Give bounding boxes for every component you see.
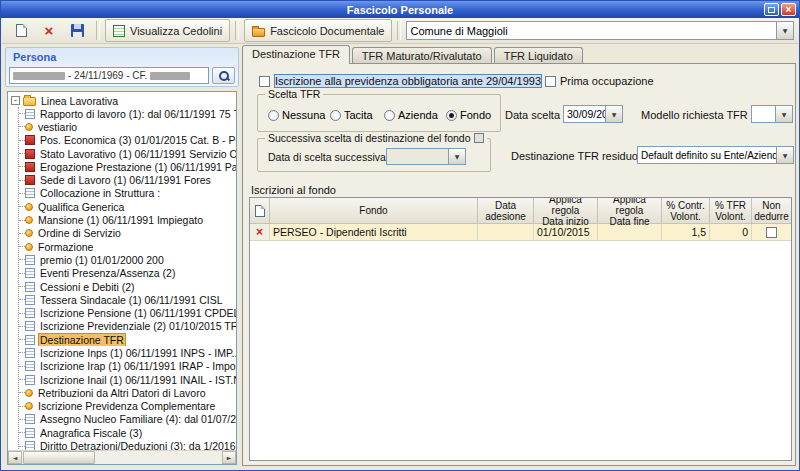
tree-item-label: Assegno Nucleo Familiare (4): dal 01/07/… [38, 413, 236, 425]
tab-tfr-maturato-rivalutato[interactable]: TFR Maturato/Rivalutato [352, 47, 492, 63]
successiva-enable-checkbox[interactable] [474, 133, 484, 143]
tree-item[interactable]: Qualifica Generica [19, 200, 236, 213]
data-successiva-dropdown-button[interactable]: ▼ [448, 149, 465, 164]
tab-destinazione-tfr[interactable]: Destinazione TFR [242, 45, 350, 64]
persona-input[interactable]: - 24/11/1969 - CF. [9, 67, 209, 84]
tree-item[interactable]: Tessera Sindacale (1) 06/11/1991 CISL [19, 293, 236, 306]
tree-item[interactable]: Cessioni e Debiti (2) [19, 280, 236, 293]
tree-item[interactable]: Assegno Nucleo Familiare (4): dal 01/07/… [19, 413, 236, 426]
toolbar: × Visualizza Cedolini Fascicolo Document… [2, 18, 799, 44]
radio-label: Tacita [344, 109, 373, 121]
delete-row-button[interactable]: × [250, 224, 270, 241]
destinazione-residuo-dropdown-button[interactable]: ▼ [776, 147, 793, 163]
destinazione-residuo-combobox[interactable]: Default definito su Ente/Azienda ▼ [637, 146, 794, 164]
chevron-down-icon: ▼ [783, 27, 788, 34]
tree-item-label: Anagrafica Fiscale (3) [38, 427, 144, 439]
modello-richiesta-combobox[interactable]: ▼ [751, 105, 793, 123]
tree-item[interactable]: Stato Lavorativo (1) 06/11/1991 Servizio… [19, 147, 236, 160]
radio-azienda[interactable]: Azienda [384, 109, 438, 121]
tree-item-label: Mansione (1) 06/11/1991 Impiegato [36, 214, 205, 226]
record-icon [25, 175, 35, 185]
column-header[interactable]: Non dedurre [752, 198, 792, 224]
radio-nessuna[interactable]: Nessuna [268, 109, 325, 121]
radio-tacita[interactable]: Tacita [330, 109, 373, 121]
data-scelta-dropdown-button[interactable]: ▼ [605, 106, 622, 122]
modello-richiesta-dropdown-button[interactable]: ▼ [775, 106, 792, 122]
tree-item[interactable]: Iscrizione Pensione (1) 06/11/1991 CPDEL… [19, 306, 236, 319]
tree-item[interactable]: Retribuzioni da Altri Datori di Lavoro [19, 386, 236, 399]
data-successiva-combobox[interactable]: ▼ [386, 148, 466, 165]
tree-item-label: vestiario [36, 121, 79, 133]
tree-item[interactable]: Anagrafica Fiscale (3) [19, 426, 236, 439]
tree-item[interactable]: vestiario [19, 120, 236, 133]
bullet-icon [25, 229, 33, 237]
tree-item[interactable]: Erogazione Prestazione (1) 06/11/1991 Pa… [19, 160, 236, 173]
fascicolo-documentale-button[interactable]: Fascicolo Documentale [244, 19, 392, 42]
column-header[interactable]: Fondo [270, 198, 478, 224]
company-combobox[interactable]: Comune di Maggioli ▼ [406, 21, 794, 40]
tree-item-label: Iscrizione Previdenza Complementare [36, 400, 217, 412]
radio-icon [268, 110, 279, 121]
tree-item[interactable]: Mansione (1) 06/11/1991 Impiegato [19, 213, 236, 226]
titlebar: Fascicolo Personale × [1, 1, 799, 18]
save-button[interactable] [63, 19, 91, 42]
non-dedurre-checkbox[interactable] [766, 227, 777, 238]
document-icon [25, 188, 35, 198]
document-icon [25, 361, 35, 371]
tree-root[interactable]: - Linea Lavorativa [11, 94, 236, 107]
radio-fondo[interactable]: Fondo [446, 109, 491, 121]
column-header[interactable]: % Contr. Volont. [662, 198, 710, 224]
collapse-toggle-icon[interactable]: - [11, 96, 20, 105]
tree-item[interactable]: Iscrizione Irap (1) 06/11/1991 IRAP - Im… [19, 360, 236, 373]
persona-value: - 24/11/1969 - CF. [68, 70, 147, 81]
tree-item[interactable]: Collocazione in Struttura : [19, 187, 236, 200]
record-icon [25, 135, 35, 145]
visualizza-cedolini-button[interactable]: Visualizza Cedolini [105, 19, 230, 42]
tree-item[interactable]: Pos. Economica (3) 01/01/2015 Cat. B - P… [19, 134, 236, 147]
tree-item[interactable]: Sede di Lavoro (1) 06/11/1991 Fores [19, 173, 236, 186]
tree-hscrollbar: ◄ ► [8, 450, 236, 464]
toolbar-separator [235, 21, 239, 40]
previdenza-checkbox[interactable] [259, 76, 270, 87]
column-header[interactable]: Applica regola Data inizio [534, 198, 598, 224]
column-header[interactable]: Data adesione [478, 198, 534, 224]
data-scelta-combobox[interactable]: 30/09/2015 ▼ [563, 105, 623, 123]
company-dropdown-button[interactable]: ▼ [776, 22, 793, 39]
tree-item[interactable]: Rapporto di lavoro (1): dal 06/11/1991 7… [19, 107, 236, 120]
tree-item[interactable]: Iscrizione Previdenza Complementare [19, 400, 236, 413]
grid-cell-data-adesione [478, 224, 534, 241]
new-button[interactable] [7, 19, 35, 42]
tree-item[interactable]: Ordine di Servizio [19, 227, 236, 240]
scroll-left-button[interactable]: ◄ [8, 451, 22, 464]
bullet-icon [25, 203, 33, 211]
tree-item[interactable]: Destinazione TFR [19, 333, 236, 346]
bullet-icon [25, 216, 33, 224]
delete-icon: × [45, 23, 54, 38]
radio-icon [330, 110, 341, 121]
delete-button[interactable]: × [35, 19, 63, 42]
tree-item[interactable]: Eventi Presenza/Assenza (2) [19, 267, 236, 280]
new-row-button[interactable] [250, 198, 270, 224]
tree-items: Rapporto di lavoro (1): dal 06/11/1991 7… [18, 107, 236, 453]
scroll-track[interactable] [22, 451, 222, 464]
left-panel: Persona - 24/11/1969 - CF. - Linea Lavor… [5, 47, 239, 467]
scroll-right-button[interactable]: ► [222, 451, 236, 464]
prima-occupazione-checkbox[interactable] [545, 76, 556, 87]
grid-row[interactable]: ×PERSEO - Dipendenti Iscritti01/10/20151… [250, 224, 791, 241]
bullet-icon [25, 402, 33, 410]
maximize-button[interactable] [764, 3, 779, 16]
column-header[interactable]: Applica regola Data fine [598, 198, 662, 224]
tree-item[interactable]: Iscrizione Inail (1) 06/11/1991 INAIL - … [19, 373, 236, 386]
persona-search-button[interactable] [212, 67, 235, 84]
successiva-legend: Successiva scelta di destinazione del fo… [265, 132, 487, 144]
scroll-thumb[interactable] [23, 451, 95, 464]
save-icon [71, 24, 84, 37]
tree-item[interactable]: Formazione [19, 240, 236, 253]
data-scelta-label: Data scelta [505, 109, 560, 121]
column-header[interactable]: % TFR Volont. [710, 198, 752, 224]
tab-tfr-liquidato[interactable]: TFR Liquidato [494, 47, 583, 63]
tree-item[interactable]: Iscrizione Previdenziale (2) 01/10/2015 … [19, 320, 236, 333]
tree-item[interactable]: premio (1) 01/01/2000 200 [19, 253, 236, 266]
close-button[interactable]: × [781, 3, 796, 16]
tree-item[interactable]: Iscrizione Inps (1) 06/11/1991 INPS - IM… [19, 346, 236, 359]
